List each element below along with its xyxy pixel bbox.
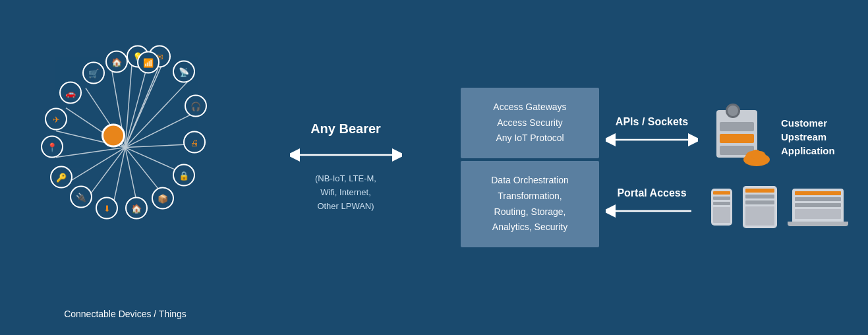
device-node: ✈ [45,108,67,131]
portal-arrow-svg [606,203,698,219]
network-hub: ✉ 📡 🎧 🖨 🔒 📦 🏠 ⬇ 🔌 [20,22,231,273]
box-bottom-text: Data OrchestrationTransformation,Routing… [470,173,590,235]
apis-label: APIs / Sockets [616,116,688,128]
device-node: 🚗 [59,82,82,104]
devices-section: ✉ 📡 🎧 🖨 🔒 📦 🏠 ⬇ 🔌 [20,16,231,319]
box-top-text: Access GatewaysAccess SecurityAny IoT Pr… [470,100,590,146]
device-node: 🔒 [173,164,195,187]
box-access-gateways: Access GatewaysAccess SecurityAny IoT Pr… [461,88,599,158]
device-node: 📡 [173,61,195,83]
devices-label: Connectable Devices / Things [64,309,187,319]
bearer-arrow-row [237,147,454,163]
main-diagram: ✉ 📡 🎧 🖨 🔒 📦 🏠 ⬇ 🔌 [0,0,868,335]
device-tablet [743,186,777,228]
svg-point-24 [751,150,761,159]
device-node: 📶 [137,51,159,74]
svg-line-1 [125,82,188,148]
device-node: 🏠 [105,51,128,73]
portal-devices-row [711,186,848,228]
device-node: 📍 [41,136,63,158]
device-node: 📦 [152,187,174,210]
device-node: 🛒 [82,62,105,84]
customer-app-text: CustomerUpstreamApplication [781,116,835,158]
box-data-orchestration: Data OrchestrationTransformation,Routing… [461,161,599,247]
device-phone [711,189,732,226]
apis-arrow-svg [606,132,698,148]
device-node: 🖨 [183,131,206,154]
center-boxes: Access GatewaysAccess SecurityAny IoT Pr… [461,88,599,248]
device-node: 🔌 [70,186,92,208]
middle-section: Any Bearer (NB-IoT, LTE-M,Wifi, Internet… [231,121,461,213]
right-section: CustomerUpstreamApplication [705,107,848,228]
apis-arrow-group: APIs / Sockets [606,116,698,148]
device-node: 🎧 [185,95,207,117]
customer-app-title: CustomerUpstreamApplication [781,116,835,158]
server-illustration [711,107,770,166]
bearer-sub-label: (NB-IoT, LTE-M,Wifi, Internet,Other LPWA… [315,172,376,213]
svg-line-9 [66,148,125,184]
svg-line-10 [56,148,125,158]
any-bearer-label: Any Bearer [310,121,381,137]
double-arrow-svg [290,147,402,163]
device-node: 🔑 [50,166,72,189]
right-arrows-section: APIs / Sockets Portal Access [599,116,705,219]
portal-arrow-group: Portal Access [606,187,698,219]
device-node: 🏠 [125,197,148,220]
portal-label: Portal Access [617,187,686,199]
customer-app-row: CustomerUpstreamApplication [711,107,835,166]
device-laptop [788,189,848,226]
hub-center-node [101,124,125,148]
device-node: ⬇ [96,197,118,220]
cloud-svg [743,146,770,166]
